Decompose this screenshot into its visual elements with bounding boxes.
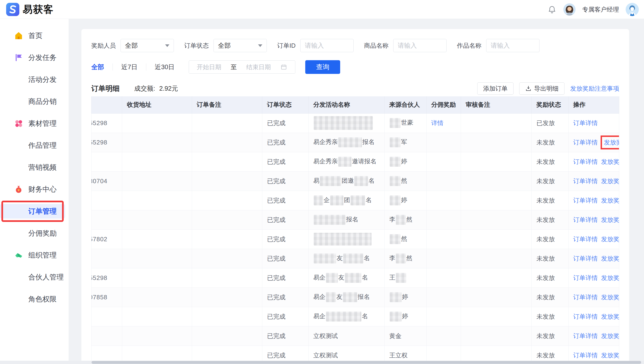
sidebar-item-order-management[interactable]: 订单管理 — [0, 204, 65, 219]
grant-reward-link[interactable]: 发放奖励 — [601, 255, 619, 262]
filters-bar: 奖励人员 全部 订单状态 全部 订单ID 商品名称 作品名称 — [91, 39, 550, 52]
censored-mosaic — [314, 253, 336, 263]
order-detail-link[interactable]: 订单详情 — [573, 255, 598, 262]
sidebar-item-label: 订单管理 — [28, 207, 56, 216]
cell-text: 易企秀亲 — [313, 158, 338, 165]
product-name-input[interactable] — [393, 39, 446, 52]
sidebar-item-partner-management[interactable]: 合伙人管理 — [0, 270, 69, 284]
audit-remark-cell — [461, 326, 532, 345]
range-tab-7d[interactable]: 近7日 — [121, 63, 138, 71]
source-partner-cell: 婷 — [384, 287, 426, 307]
grant-reward-link[interactable]: 发放奖励 — [601, 313, 619, 320]
grant-reward-link[interactable]: 发放奖励 — [604, 139, 619, 146]
receiver-address-cell — [122, 268, 192, 287]
order-detail-link[interactable]: 订单详情 — [573, 313, 598, 320]
audit-remark-cell — [461, 268, 532, 287]
audit-remark-cell — [461, 171, 532, 191]
grant-reward-link[interactable]: 发放奖励 — [601, 197, 619, 204]
censored-mosaic — [343, 292, 357, 302]
order-status-cell: 已完成 — [262, 152, 308, 171]
date-range-picker[interactable]: 开始日期 至 结束日期 — [189, 61, 295, 74]
order-remark-cell — [192, 191, 262, 210]
order-detail-link[interactable]: 订单详情 — [573, 158, 598, 165]
work-name-label: 作品名称 — [457, 42, 482, 50]
sidebar-item-distribution-tasks[interactable]: 分发任务 — [0, 50, 69, 65]
sidebar-item-product-distribution[interactable]: 商品分销 — [0, 94, 69, 109]
sidebar-item-role-permission[interactable]: 角色权限 — [0, 292, 69, 306]
order-detail-link[interactable]: 订单详情 — [573, 352, 598, 359]
order-detail-link[interactable]: 订单详情 — [573, 274, 598, 281]
sidebar-item-label: 营销视频 — [28, 163, 56, 172]
sidebar-item-organization-management[interactable]: 组织管理 — [0, 248, 69, 262]
table-row: 已完成报名李然未发放订单详情发放奖励 — [92, 210, 619, 229]
cell-text: 报名 — [346, 216, 358, 223]
horizontal-scrollbar-thumb[interactable] — [92, 361, 641, 364]
order-detail-link[interactable]: 订单详情 — [573, 294, 598, 301]
censored-mosaic — [320, 176, 341, 186]
reward-status-cell: 未发放 — [532, 268, 568, 287]
reward-notice-link[interactable]: 发放奖励注意事项 — [570, 85, 619, 93]
range-tab-all[interactable]: 全部 — [91, 63, 104, 71]
sidebar-item-label: 分发任务 — [28, 53, 56, 63]
reward-person-select[interactable]: 全部 — [120, 39, 174, 52]
order-detail-link[interactable]: 订单详情 — [573, 236, 598, 243]
order-remark-cell — [192, 210, 262, 229]
table-header-row: 收货地址订单备注订单状态分发活动名称来源合伙人分佣奖励审核备注奖励状态操作 — [92, 96, 619, 113]
manager-avatar[interactable] — [563, 3, 576, 16]
grant-reward-link[interactable]: 发放奖励 — [601, 352, 619, 359]
export-button[interactable]: 导出明细 — [519, 82, 564, 95]
grant-reward-link[interactable]: 发放奖励 — [601, 158, 619, 165]
order-remark-cell — [192, 249, 262, 268]
source-partner-cell: 然 — [384, 171, 426, 191]
cell-text: 立权测试 — [313, 352, 338, 359]
work-name-input[interactable] — [486, 39, 540, 52]
order-detail-link[interactable]: 订单详情 — [573, 216, 598, 223]
order-status-select[interactable]: 全部 — [214, 39, 267, 52]
activity-name-cell: 报名 — [308, 210, 384, 229]
grant-reward-link[interactable]: 发放奖励 — [601, 178, 619, 185]
sidebar-item-commission-reward[interactable]: 分佣奖励 — [0, 226, 69, 241]
order-detail-link[interactable]: 订单详情 — [573, 178, 598, 185]
order-id-input[interactable] — [300, 39, 354, 52]
order-detail-link[interactable]: 订单详情 — [573, 332, 598, 339]
table-row: 已完成企团名婷未发放订单详情发放奖励 — [92, 191, 619, 210]
sidebar-item-home[interactable]: 首页 — [0, 28, 69, 43]
commission-reward-cell: 详情 — [426, 113, 461, 133]
sidebar-item-material-management[interactable]: 素材管理 — [0, 116, 69, 131]
search-button[interactable]: 查询 — [305, 60, 340, 74]
user-avatar[interactable] — [626, 3, 639, 16]
sidebar-item-finance-center[interactable]: ¥财务中心 — [0, 182, 69, 197]
censored-mosaic — [390, 312, 402, 321]
order-id-cell: 30704 — [92, 171, 122, 191]
reward-person-label: 奖励人员 — [91, 42, 116, 50]
sidebar-item-works-management[interactable]: 作品管理 — [0, 138, 69, 153]
grant-reward-link[interactable]: 发放奖励 — [601, 332, 619, 339]
cell-text: 团 — [344, 196, 350, 203]
actions-cell: 订单详情发放奖励 — [568, 191, 619, 210]
table-row: 已完成友名李然未发放订单详情发放奖励 — [92, 249, 619, 268]
grant-reward-link[interactable]: 发放奖励 — [601, 294, 619, 301]
order-id-label: 订单ID — [277, 42, 296, 50]
audit-remark-cell — [461, 133, 532, 152]
grant-reward-link[interactable]: 发放奖励 — [601, 274, 619, 281]
actions-cell: 订单详情发放奖励 — [568, 249, 619, 268]
sidebar-item-activity-distribution[interactable]: 活动分发 — [0, 72, 69, 87]
receiver-address-cell — [122, 249, 192, 268]
commission-reward-cell — [426, 268, 461, 287]
range-tab-30d[interactable]: 近30日 — [155, 63, 174, 71]
notification-bell-icon[interactable] — [547, 5, 557, 14]
order-detail-link[interactable]: 订单详情 — [573, 119, 598, 127]
censored-mosaic — [345, 273, 362, 283]
clover-icon — [14, 119, 24, 128]
order-detail-link[interactable]: 订单详情 — [573, 139, 598, 146]
commission-detail-link[interactable]: 详情 — [431, 119, 444, 127]
grant-reward-link[interactable]: 发放奖励 — [601, 236, 619, 243]
activity-name-cell: 易企友名 — [308, 268, 384, 287]
order-status-cell: 已完成 — [262, 268, 308, 287]
grant-reward-link[interactable]: 发放奖励 — [601, 216, 619, 223]
sidebar-item-marketing-video[interactable]: 营销视频 — [0, 160, 69, 175]
add-order-button[interactable]: 添加订单 — [477, 82, 514, 95]
order-detail-link[interactable]: 订单详情 — [573, 197, 598, 204]
order-id-text: 57802 — [92, 236, 108, 243]
source-partner-cell: 王 — [384, 268, 426, 287]
